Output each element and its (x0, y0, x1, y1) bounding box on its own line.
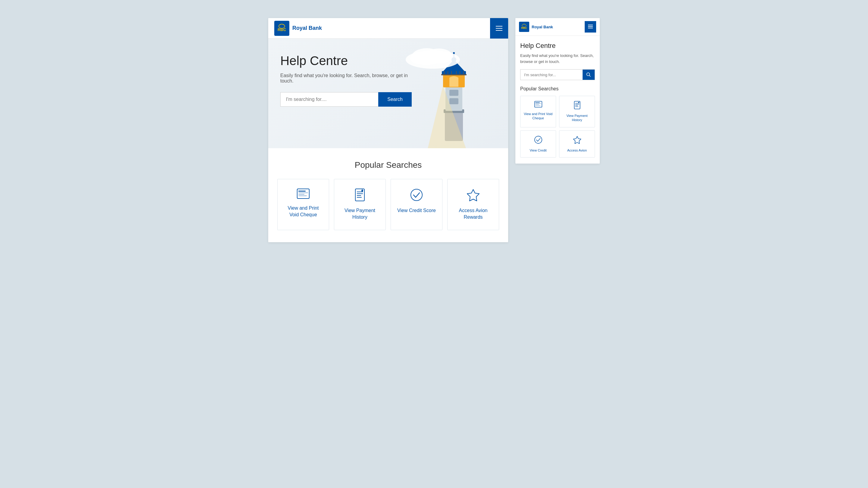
side-search-button[interactable] (583, 70, 595, 80)
svg-rect-45 (535, 102, 540, 103)
side-search-input[interactable] (521, 70, 583, 80)
svg-point-55 (534, 136, 541, 143)
side-hamburger-icon (588, 25, 593, 29)
side-avion-icon (573, 135, 581, 146)
side-menu-button[interactable] (585, 21, 596, 33)
side-card-void-cheque[interactable]: View and Print Void Cheque (520, 96, 556, 127)
card-payment-history[interactable]: View Payment History (334, 179, 386, 230)
svg-rect-27 (299, 193, 308, 193)
side-card-access-avion-label: Access Avion (567, 148, 587, 153)
cheque-icon (297, 188, 310, 201)
side-search-bar (520, 69, 595, 80)
side-card-view-credit-label: View Credit (530, 148, 547, 153)
rbc-logo-icon: RBC (274, 21, 289, 36)
svg-rect-28 (299, 194, 304, 195)
svg-point-6 (410, 52, 431, 64)
card-payment-history-label: View Payment History (340, 207, 379, 221)
card-void-cheque-label: View and Print Void Cheque (284, 205, 323, 218)
side-header: RBC Royal Bank (516, 18, 600, 36)
svg-rect-18 (441, 74, 467, 75)
search-bar: Search (280, 92, 412, 107)
side-card-view-credit[interactable]: View Credit (520, 130, 556, 158)
side-card-payment-history[interactable]: View Payment History (559, 96, 595, 127)
main-header: RBC Royal Bank (268, 18, 508, 38)
card-credit-score[interactable]: View Credit Score (391, 179, 442, 230)
search-icon (586, 72, 591, 77)
side-card: RBC Royal Bank Help Centre Easily find w… (516, 18, 600, 164)
side-card-access-avion[interactable]: Access Avion (559, 130, 595, 158)
svg-rect-25 (297, 189, 309, 198)
side-rbc-logo-icon: RBC (519, 22, 529, 32)
credit-score-icon (410, 188, 423, 203)
side-popular-title: Popular Searches (520, 86, 595, 92)
hero-subtitle: Easily find what you're looking for. Sea… (280, 73, 412, 84)
side-title: Help Centre (520, 42, 595, 50)
card-avion-rewards[interactable]: Access Avion Rewards (447, 179, 499, 230)
search-input[interactable] (280, 92, 378, 107)
side-payment-icon (574, 101, 581, 111)
hero-content: Help Centre Easily find what you're look… (280, 51, 412, 107)
side-bank-name-label: Royal Bank (532, 25, 553, 29)
avion-icon (467, 188, 480, 203)
card-void-cheque[interactable]: View and Print Void Cheque (277, 179, 329, 230)
main-card: RBC Royal Bank (268, 18, 508, 242)
svg-rect-46 (535, 104, 541, 104)
side-logo-area: RBC Royal Bank (519, 22, 553, 32)
svg-line-43 (590, 76, 591, 77)
side-popular-cards-grid: View and Print Void Cheque (520, 96, 595, 158)
payment-icon (354, 188, 365, 203)
logo-area: RBC Royal Bank (274, 21, 322, 36)
card-credit-score-label: View Credit Score (397, 207, 436, 214)
svg-rect-29 (299, 195, 307, 196)
svg-rect-48 (535, 105, 540, 106)
hero-title: Help Centre (280, 54, 412, 68)
side-credit-icon (534, 135, 542, 146)
svg-point-54 (578, 102, 579, 103)
page-wrapper: RBC Royal Bank (268, 18, 600, 242)
svg-rect-26 (299, 191, 306, 192)
side-cheque-icon (534, 101, 542, 109)
svg-marker-56 (573, 136, 581, 143)
side-body: Help Centre Easily find what you're look… (516, 36, 600, 164)
search-button[interactable]: Search (378, 92, 412, 107)
popular-cards-grid: View and Print Void Cheque (277, 179, 499, 230)
card-avion-rewards-label: Access Avion Rewards (454, 207, 493, 221)
hero-section: Help Centre Easily find what you're look… (268, 38, 508, 148)
hero-background (403, 44, 463, 70)
svg-rect-47 (535, 104, 539, 105)
side-card-void-cheque-label: View and Print Void Cheque (524, 112, 553, 121)
side-subtitle: Easily find what you're looking for. Sea… (520, 53, 595, 64)
hamburger-icon (496, 26, 502, 31)
svg-marker-38 (467, 190, 479, 201)
menu-button[interactable] (490, 18, 508, 38)
svg-point-37 (411, 189, 422, 201)
popular-section: Popular Searches View and Print Void Che… (268, 148, 508, 242)
side-card-payment-history-label: View Payment History (562, 113, 592, 122)
bank-name-label: Royal Bank (292, 25, 322, 31)
popular-title: Popular Searches (277, 160, 499, 170)
svg-rect-44 (534, 101, 541, 107)
